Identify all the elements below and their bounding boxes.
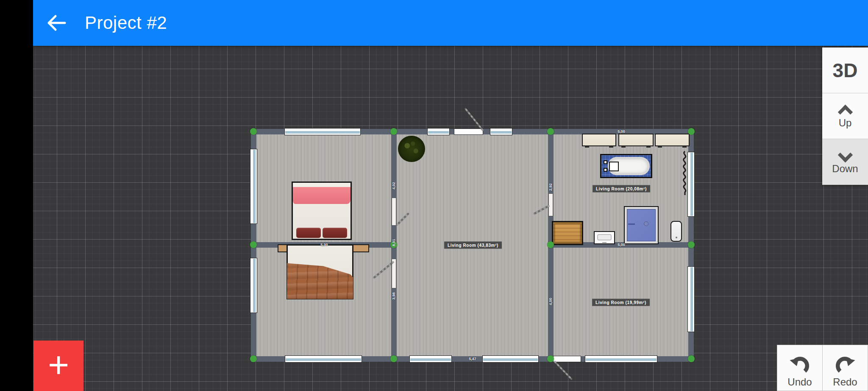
plus-icon: + xyxy=(48,344,69,386)
bathtub[interactable] xyxy=(600,154,652,178)
corner-handle[interactable] xyxy=(547,128,554,135)
potted-plant[interactable] xyxy=(398,136,425,162)
window[interactable] xyxy=(285,355,362,363)
door-swing-line xyxy=(554,361,573,380)
door[interactable] xyxy=(392,198,396,226)
pillow xyxy=(323,228,347,238)
pillow xyxy=(296,228,321,238)
sink[interactable] xyxy=(594,231,615,244)
back-arrow-icon xyxy=(45,14,67,32)
history-bar: Undo Redo xyxy=(777,345,868,391)
door[interactable] xyxy=(548,193,553,216)
room-label[interactable]: Living Room (19,99m²) xyxy=(592,299,650,306)
dimension-label: 5,00 xyxy=(320,243,328,247)
undo-icon xyxy=(789,355,811,375)
shower-tray xyxy=(627,209,656,241)
bed-with-blanket[interactable] xyxy=(287,244,353,299)
dimension-label: 5,47 xyxy=(469,357,476,361)
redo-button[interactable]: Redo xyxy=(823,345,868,391)
corner-handle[interactable] xyxy=(250,128,257,135)
shower-drain xyxy=(644,221,648,226)
bathtub-tap xyxy=(604,160,607,164)
screen-cutout-strip xyxy=(0,0,33,391)
window[interactable] xyxy=(284,128,361,135)
dimension-label: 4,02 xyxy=(392,182,396,190)
dimension-label: 5,00 xyxy=(618,243,625,247)
window[interactable] xyxy=(250,258,257,313)
cabinet[interactable] xyxy=(618,134,654,146)
page-title: Project #2 xyxy=(85,13,167,33)
cabinet[interactable] xyxy=(655,134,690,146)
room-label[interactable]: Living Room (20,08m²) xyxy=(593,185,650,193)
undo-label: Undo xyxy=(787,376,812,388)
bed-cover xyxy=(293,187,351,204)
corner-handle[interactable] xyxy=(688,355,695,362)
corner-handle[interactable] xyxy=(250,355,257,362)
floor-up-button[interactable]: Up xyxy=(822,93,868,139)
sink-drain xyxy=(602,242,606,243)
dimension-label: 3,98 xyxy=(392,292,396,300)
bathtub-tap xyxy=(604,168,607,172)
cabinet[interactable] xyxy=(582,134,616,146)
bed-blanket xyxy=(287,262,353,299)
corner-handle[interactable] xyxy=(547,355,554,362)
corner-handle[interactable] xyxy=(688,128,695,135)
floor-down-button[interactable]: Down xyxy=(822,139,868,185)
corner-handle[interactable] xyxy=(390,128,397,135)
door[interactable] xyxy=(454,128,483,135)
shower-handle xyxy=(628,223,635,225)
storage-crate[interactable] xyxy=(552,221,583,245)
down-label: Down xyxy=(832,163,858,175)
corner-handle[interactable] xyxy=(250,241,257,248)
corner-handle[interactable] xyxy=(390,355,397,362)
shower[interactable] xyxy=(624,206,659,244)
door-swing-line xyxy=(465,108,484,131)
window[interactable] xyxy=(250,149,257,224)
sink-bowl xyxy=(597,234,612,240)
plan-canvas[interactable]: Living Room (43,83m²) Living Room (20,08… xyxy=(33,46,868,391)
back-button[interactable] xyxy=(33,0,80,46)
view-3d-button[interactable]: 3D xyxy=(822,47,868,93)
window[interactable] xyxy=(687,266,695,332)
window[interactable] xyxy=(427,128,450,135)
dimension-label: 5,00 xyxy=(618,129,625,134)
chevron-down-icon xyxy=(839,149,851,162)
app-screen: Living Room (43,83m²) Living Room (20,08… xyxy=(0,0,868,391)
dimension-label: 4,00 xyxy=(548,298,553,305)
dimension-label: 8,01 xyxy=(392,239,396,246)
chevron-up-icon xyxy=(839,103,851,116)
window[interactable] xyxy=(409,355,452,363)
corner-handle[interactable] xyxy=(688,241,695,248)
double-bed[interactable] xyxy=(292,182,352,240)
bathtub-faucet xyxy=(609,162,619,171)
window[interactable] xyxy=(482,355,539,363)
door[interactable] xyxy=(553,356,581,362)
window[interactable] xyxy=(490,128,512,135)
radiator[interactable] xyxy=(681,151,689,196)
undo-button[interactable]: Undo xyxy=(777,345,823,391)
room-label[interactable]: Living Room (43,83m²) xyxy=(444,242,502,249)
view-3d-label: 3D xyxy=(833,59,858,82)
water-heater[interactable] xyxy=(670,221,682,242)
top-app-bar: Project #2 xyxy=(33,0,868,46)
dimension-label: 2,92 xyxy=(548,183,553,191)
redo-label: Redo xyxy=(833,376,857,388)
redo-icon xyxy=(834,355,856,375)
corner-handle[interactable] xyxy=(547,241,554,248)
view-panel: 3D Up Down xyxy=(822,47,868,185)
window[interactable] xyxy=(585,355,657,363)
add-button[interactable]: + xyxy=(33,341,83,391)
